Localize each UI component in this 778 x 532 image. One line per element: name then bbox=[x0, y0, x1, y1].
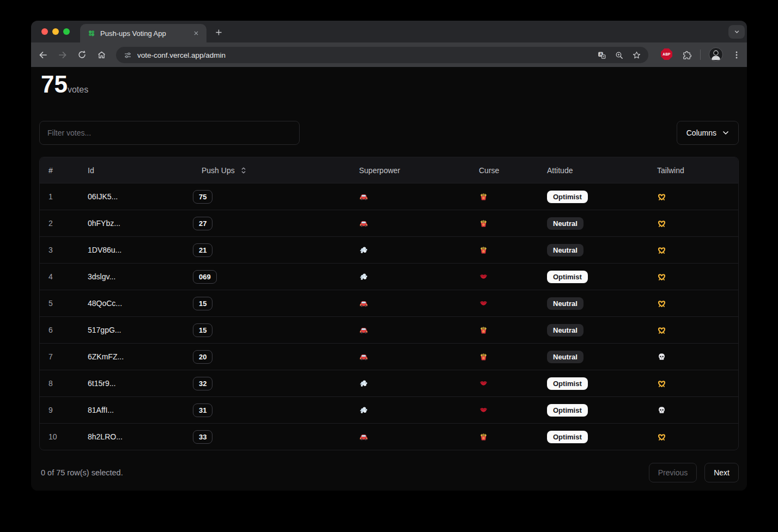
id-cell: 6ZKmFZ... bbox=[79, 344, 184, 370]
tailwind-cell bbox=[648, 344, 738, 370]
selection-status: 0 of 75 row(s) selected. bbox=[41, 468, 123, 477]
extensions-puzzle-icon[interactable] bbox=[680, 49, 692, 61]
push-ups-badge: 32 bbox=[193, 377, 212, 390]
row-number-cell: 3 bbox=[40, 237, 79, 264]
attitude-badge: Optimist bbox=[547, 271, 588, 283]
push-ups-cell: 069 bbox=[184, 264, 350, 290]
table-footer: 0 of 75 row(s) selected. Previous Next bbox=[39, 463, 739, 482]
header-push-ups: Push Ups bbox=[184, 157, 350, 184]
new-tab-button[interactable] bbox=[213, 27, 224, 38]
translate-icon[interactable]: A bbox=[597, 51, 606, 60]
fries-emoji-icon bbox=[479, 432, 488, 442]
fries-emoji-icon bbox=[479, 192, 488, 201]
row-number-cell: 5 bbox=[40, 290, 79, 317]
table-row[interactable]: 7 6ZKmFZ... 20 Neutral bbox=[40, 344, 738, 370]
tab-search-button[interactable] bbox=[728, 25, 745, 39]
attitude-cell: Optimist bbox=[538, 370, 648, 397]
table-row[interactable]: 2 0hFYbz... 27 Neutral bbox=[40, 210, 738, 237]
header-id: Id bbox=[79, 157, 184, 184]
superpower-cell bbox=[350, 184, 470, 210]
bookmark-star-icon[interactable] bbox=[632, 51, 641, 60]
browser-window: Push-ups Voting App bbox=[31, 21, 747, 491]
curse-cell bbox=[470, 184, 538, 210]
browser-tab[interactable]: Push-ups Voting App bbox=[80, 24, 206, 42]
curse-cell bbox=[470, 397, 538, 424]
back-button[interactable] bbox=[37, 49, 48, 60]
address-bar[interactable]: vote-conf.vercel.app/admin A bbox=[116, 47, 648, 63]
tailwind-cell bbox=[648, 370, 738, 397]
table-row[interactable]: 1 06IJK5... 75 Optimist bbox=[40, 184, 738, 210]
row-number-cell: 10 bbox=[40, 424, 79, 450]
push-ups-badge: 27 bbox=[193, 217, 212, 230]
dash-emoji-icon bbox=[359, 272, 368, 282]
sort-icon bbox=[240, 167, 247, 174]
url-text: vote-conf.vercel.app/admin bbox=[137, 51, 592, 59]
push-ups-badge: 31 bbox=[193, 403, 212, 417]
heart-hands-emoji-icon bbox=[657, 326, 666, 335]
superpower-cell bbox=[350, 370, 470, 397]
row-number-cell: 8 bbox=[40, 370, 79, 397]
profile-avatar[interactable] bbox=[709, 47, 723, 62]
maximize-window-button[interactable] bbox=[63, 28, 70, 35]
superpower-cell bbox=[350, 264, 470, 290]
tailwind-cell bbox=[648, 397, 738, 424]
columns-dropdown-button[interactable]: Columns bbox=[677, 121, 739, 145]
table-row[interactable]: 8 6t15r9... 32 Optimist bbox=[40, 370, 738, 397]
attitude-cell: Neutral bbox=[538, 237, 648, 264]
id-cell: 3dslgv... bbox=[79, 264, 184, 290]
sort-push-ups-button[interactable]: Push Ups bbox=[202, 166, 247, 175]
attitude-badge: Optimist bbox=[547, 377, 588, 390]
table-row[interactable]: 4 3dslgv... 069 Optimist bbox=[40, 264, 738, 290]
push-ups-cell: 32 bbox=[184, 370, 350, 397]
fries-emoji-icon bbox=[479, 246, 488, 255]
browser-toolbar: vote-conf.vercel.app/admin A bbox=[31, 42, 747, 67]
header-attitude: Attitude bbox=[538, 157, 648, 184]
curse-cell bbox=[470, 317, 538, 344]
forward-button[interactable] bbox=[57, 49, 68, 60]
table-row[interactable]: 9 81AffI... 31 Optimist bbox=[40, 397, 738, 424]
attitude-badge: Optimist bbox=[547, 191, 588, 203]
superpower-cell bbox=[350, 317, 470, 344]
attitude-cell: Optimist bbox=[538, 264, 648, 290]
attitude-cell: Neutral bbox=[538, 210, 648, 237]
previous-page-button[interactable]: Previous bbox=[649, 463, 697, 482]
superpower-cell bbox=[350, 237, 470, 264]
table-row[interactable]: 5 48QoCc... 15 Neutral bbox=[40, 290, 738, 317]
close-window-button[interactable] bbox=[41, 28, 48, 35]
curse-cell bbox=[470, 344, 538, 370]
push-ups-cell: 15 bbox=[184, 317, 350, 344]
tab-close-icon[interactable] bbox=[191, 28, 201, 38]
skull-emoji-icon bbox=[657, 406, 666, 415]
site-settings-icon[interactable] bbox=[123, 51, 132, 60]
id-cell: 517gpG... bbox=[79, 317, 184, 344]
tailwind-cell bbox=[648, 184, 738, 210]
page-content: 75votes Columns # Id bbox=[31, 67, 747, 491]
zoom-icon[interactable] bbox=[615, 51, 624, 60]
table-row[interactable]: 10 8h2LRO... 33 Optimist bbox=[40, 424, 738, 450]
id-cell: 81AffI... bbox=[79, 397, 184, 424]
minimize-window-button[interactable] bbox=[52, 28, 59, 35]
filter-votes-input[interactable] bbox=[39, 121, 300, 145]
fries-emoji-icon bbox=[479, 326, 488, 335]
home-button[interactable] bbox=[96, 49, 107, 60]
chevron-down-icon bbox=[722, 131, 729, 135]
push-ups-cell: 15 bbox=[184, 290, 350, 317]
next-page-button[interactable]: Next bbox=[704, 463, 739, 482]
adblock-badge[interactable]: ABP bbox=[661, 48, 672, 60]
push-ups-badge: 15 bbox=[193, 297, 212, 310]
push-ups-badge: 20 bbox=[193, 350, 212, 364]
table-header-row: # Id Push Ups Superpower Curse bbox=[40, 157, 738, 184]
reload-button[interactable] bbox=[76, 49, 88, 60]
push-ups-badge: 21 bbox=[193, 243, 212, 257]
row-number-cell: 6 bbox=[40, 317, 79, 344]
header-curse: Curse bbox=[470, 157, 538, 184]
attitude-cell: Optimist bbox=[538, 184, 648, 210]
table-row[interactable]: 6 517gpG... 15 Neutral bbox=[40, 317, 738, 344]
dash-emoji-icon bbox=[359, 379, 368, 388]
votes-count: 75 bbox=[41, 71, 68, 97]
curse-cell bbox=[470, 370, 538, 397]
kiss-emoji-icon bbox=[479, 272, 488, 282]
menu-dots-icon[interactable] bbox=[731, 49, 743, 61]
attitude-badge: Optimist bbox=[547, 404, 588, 417]
table-row[interactable]: 3 1DV86u... 21 Neutral bbox=[40, 237, 738, 264]
